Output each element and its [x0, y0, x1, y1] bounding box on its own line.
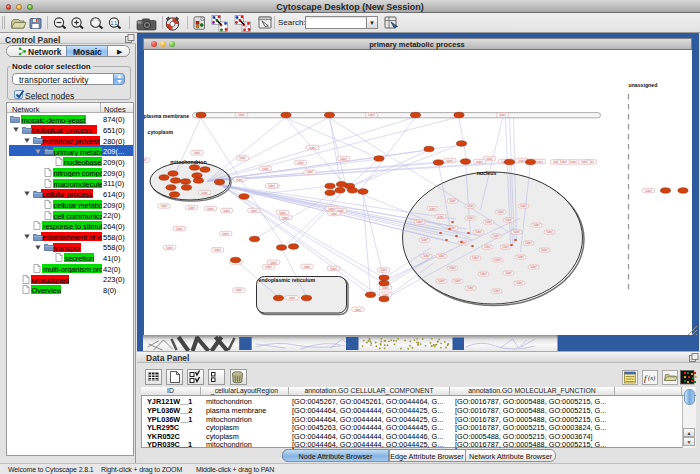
svg-text:label: label [262, 167, 269, 171]
svg-text:label: label [475, 230, 482, 234]
svg-text:label: label [303, 265, 310, 269]
svg-text:label: label [309, 146, 316, 150]
svg-text:(x): (x) [648, 374, 655, 382]
svg-text:label: label [560, 160, 567, 164]
svg-text:label: label [160, 204, 167, 208]
svg-text:label: label [493, 289, 500, 293]
svg-text:label: label [354, 308, 361, 312]
svg-text:nucleus: nucleus [476, 170, 496, 176]
svg-text:label: label [449, 266, 456, 270]
svg-text:label: label [517, 255, 524, 259]
svg-text:label: label [421, 238, 428, 242]
svg-text:label: label [446, 159, 453, 163]
svg-text:label: label [222, 232, 229, 236]
svg-text:label: label [250, 209, 257, 213]
svg-text:label: label [493, 234, 500, 238]
svg-text:label: label [330, 212, 337, 216]
svg-text:label: label [297, 161, 304, 165]
svg-text:label: label [438, 279, 445, 283]
svg-text:label: label [288, 296, 295, 300]
svg-text:label: label [239, 156, 246, 160]
svg-text:label: label [330, 267, 337, 271]
svg-text:label: label [235, 288, 242, 292]
svg-text:endoplasmic reticulum: endoplasmic reticulum [258, 277, 315, 283]
svg-text:label: label [368, 113, 375, 117]
svg-text:label: label [518, 159, 525, 163]
svg-text:label: label [484, 245, 491, 249]
svg-text:label: label [380, 268, 387, 272]
svg-text:label: label [282, 216, 289, 220]
svg-text:label: label [581, 160, 588, 164]
svg-text:label: label [476, 160, 483, 164]
svg-text:label: label [480, 272, 487, 276]
svg-text:label: label [238, 113, 245, 117]
svg-text:1:1: 1:1 [111, 21, 118, 26]
svg-text:label: label [449, 199, 456, 203]
svg-text:label: label [485, 220, 492, 224]
svg-text:label: label [570, 160, 577, 164]
svg-text:label: label [236, 178, 243, 182]
svg-text:label: label [467, 204, 474, 208]
svg-text:label: label [513, 230, 520, 234]
svg-text:label: label [429, 207, 436, 211]
svg-text:label: label [467, 286, 474, 290]
svg-text:label: label [502, 245, 509, 249]
svg-text:mitochondrion: mitochondrion [170, 159, 206, 165]
svg-text:label: label [454, 279, 461, 283]
svg-text:label: label [188, 206, 195, 210]
svg-text:label: label [382, 293, 389, 297]
svg-text:label: label [193, 151, 200, 155]
svg-text:label: label [416, 220, 423, 224]
svg-text:label: label [494, 258, 501, 262]
svg-text:label: label [265, 265, 272, 269]
svg-text:label: label [382, 286, 389, 290]
svg-text:label: label [279, 211, 286, 215]
svg-text:label: label [533, 223, 540, 227]
svg-text:label: label [467, 216, 474, 220]
svg-text:label: label [516, 281, 523, 285]
svg-text:label: label [268, 184, 275, 188]
svg-text:label: label [340, 157, 347, 161]
svg-text:label: label [530, 265, 537, 269]
svg-text:label: label [207, 207, 214, 211]
svg-text:label: label [472, 256, 479, 260]
svg-text:label: label [486, 157, 493, 161]
svg-text:label: label [306, 170, 313, 174]
svg-text:label: label [223, 209, 230, 213]
svg-text:label: label [214, 248, 221, 252]
svg-text:label: label [541, 248, 548, 252]
svg-text:label: label [505, 218, 512, 222]
svg-text:label: label [166, 246, 173, 250]
svg-text:label: label [328, 207, 335, 211]
svg-text:label: label [505, 271, 512, 275]
svg-text:label: label [437, 215, 444, 219]
svg-text:label: label [497, 210, 504, 214]
svg-text:plasma membrane: plasma membrane [144, 113, 189, 119]
svg-text:label: label [520, 204, 527, 208]
svg-text:label: label [645, 189, 652, 193]
svg-text:label: label [423, 254, 430, 258]
svg-text:label: label [525, 241, 532, 245]
svg-text:label: label [201, 191, 208, 195]
svg-text:label: label [176, 227, 183, 231]
svg-text:label: label [438, 254, 445, 258]
svg-text:label: label [144, 158, 147, 162]
svg-text:label: label [546, 230, 553, 234]
svg-text:unassigned: unassigned [628, 82, 657, 88]
svg-text:cytoplasm: cytoplasm [147, 129, 173, 135]
svg-text:label: label [536, 160, 543, 164]
svg-text:label: label [499, 113, 506, 117]
svg-text:label: label [270, 261, 277, 265]
